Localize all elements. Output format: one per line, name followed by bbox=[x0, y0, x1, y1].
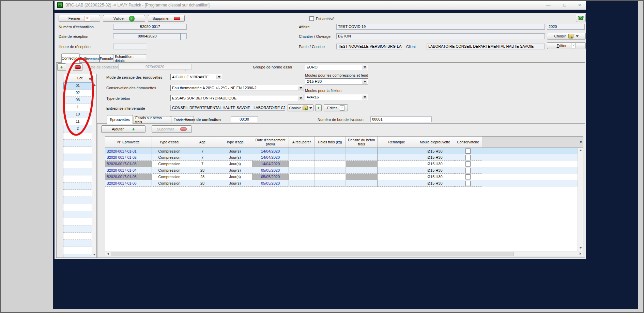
groupe-norme-select[interactable]: EURO bbox=[305, 64, 368, 70]
cell-type-essai[interactable]: Compression bbox=[152, 180, 187, 187]
affaire-field[interactable]: TEST COVID 19 bbox=[336, 24, 545, 30]
cell-type-essai[interactable]: Compression bbox=[152, 174, 187, 180]
lot-empty-row[interactable] bbox=[63, 161, 92, 168]
lot-item[interactable]: 11 bbox=[63, 118, 92, 125]
table-row[interactable]: B2020-0017-01-05 Compression 28 Jour(s) … bbox=[105, 174, 583, 180]
editer-client-button[interactable]: Editer ✓ bbox=[547, 42, 586, 49]
cell-type-age[interactable]: Jour(s) bbox=[218, 167, 252, 174]
cell-a-recuperer[interactable] bbox=[289, 148, 315, 154]
cell-moule[interactable]: Ø15 H30 bbox=[416, 180, 454, 187]
minimize-button[interactable]: — bbox=[543, 2, 553, 8]
lot-empty-row[interactable] bbox=[63, 197, 92, 204]
lot-item[interactable]: 01 bbox=[63, 82, 92, 90]
cell-type-age[interactable]: Jour(s) bbox=[218, 180, 252, 187]
cell-type-age[interactable]: Jour(s) bbox=[218, 148, 252, 154]
conservatoire-checkbox[interactable] bbox=[465, 168, 471, 173]
editer-entreprise-button[interactable]: Editer ✓ bbox=[324, 104, 348, 111]
cell-remarque[interactable] bbox=[378, 148, 416, 154]
table-vertical-scrollbar[interactable] bbox=[578, 148, 583, 251]
lot-item[interactable]: 02 bbox=[63, 90, 92, 97]
col-header-type-age[interactable]: Type d'age bbox=[218, 137, 252, 148]
cell-moule[interactable]: Ø15 H30 bbox=[416, 174, 454, 180]
table-horizontal-scrollbar[interactable] bbox=[105, 251, 583, 256]
cell-densite[interactable] bbox=[346, 154, 378, 161]
lot-empty-row[interactable] bbox=[63, 233, 92, 240]
conservatoire-checkbox[interactable] bbox=[465, 161, 471, 167]
cell-age[interactable]: 28 bbox=[187, 180, 218, 187]
cell-age[interactable]: 28 bbox=[187, 174, 218, 180]
cell-eprouvette-id[interactable]: B2020-0017-01-01 bbox=[105, 148, 152, 154]
col-header-a-recuperer[interactable]: A récupérer bbox=[289, 137, 315, 148]
heure-reception-field[interactable] bbox=[113, 44, 147, 49]
cell-poids-frais[interactable] bbox=[315, 180, 346, 187]
cell-eprouvette-id[interactable]: B2020-0017-01-03 bbox=[105, 161, 152, 167]
table-row[interactable]: B2020-0017-01-03 Compression 7 Jour(s) 1… bbox=[105, 161, 583, 167]
lot-empty-row[interactable] bbox=[63, 225, 92, 233]
calendar-icon[interactable] bbox=[180, 33, 181, 40]
cell-date-ecrasement[interactable]: 14/04/2020 bbox=[252, 148, 289, 154]
cell-remarque[interactable] bbox=[378, 167, 416, 174]
client-field[interactable]: LABORATOIRE CONSEIL DEPARTEMENTAL HAUTE … bbox=[427, 44, 545, 49]
cell-age[interactable]: 7 bbox=[187, 148, 218, 154]
lot-empty-row[interactable] bbox=[63, 240, 92, 247]
lot-remove-button[interactable] bbox=[73, 63, 82, 71]
conservatoire-checkbox[interactable] bbox=[465, 181, 471, 186]
tab-essais-beton-frais[interactable]: Essais sur béton frais bbox=[134, 116, 171, 123]
scroll-up-icon[interactable] bbox=[578, 148, 583, 153]
col-header-remarque[interactable]: Remarque bbox=[378, 137, 416, 148]
tab-eprouvettes[interactable]: Eprouvettes bbox=[107, 115, 133, 124]
chevron-down-icon[interactable] bbox=[216, 75, 221, 79]
choisir-entreprise-button[interactable]: Choisir bbox=[288, 104, 313, 111]
cell-poids-frais[interactable] bbox=[315, 148, 346, 154]
cell-a-recuperer[interactable] bbox=[289, 174, 315, 180]
supprimer-button[interactable]: Supprimer bbox=[148, 15, 185, 22]
lot-scrollbar[interactable] bbox=[92, 82, 96, 257]
cell-type-essai[interactable]: Compression bbox=[152, 148, 187, 154]
cell-eprouvette-id[interactable]: B2020-0017-01-05 bbox=[105, 174, 152, 180]
lot-empty-row[interactable] bbox=[63, 183, 92, 190]
conservatoire-checkbox[interactable] bbox=[465, 148, 471, 154]
table-row[interactable]: B2020-0017-01-02 Compression 7 Jour(s) 1… bbox=[105, 154, 583, 161]
lot-empty-row[interactable] bbox=[63, 132, 92, 140]
scrollbar-thumb[interactable] bbox=[111, 252, 513, 256]
cell-a-recuperer[interactable] bbox=[289, 161, 315, 167]
entreprise-field[interactable]: CONSEIL DÉPARTEMENTAL HAUTE-SAVOIE - LAB… bbox=[170, 105, 285, 111]
cell-age[interactable]: 28 bbox=[187, 167, 218, 174]
tab-echantillon-details[interactable]: Echantillon : détails bbox=[113, 54, 146, 62]
cell-poids-frais[interactable] bbox=[315, 174, 346, 180]
type-beton-select[interactable]: ESSAIS SUR BETON HYDRAULIQUE bbox=[170, 95, 304, 101]
cell-eprouvette-id[interactable]: B2020-0017-01-02 bbox=[105, 154, 152, 161]
lot-item[interactable]: 2 bbox=[63, 125, 92, 132]
cell-age[interactable]: 7 bbox=[187, 161, 218, 167]
scroll-right-icon[interactable] bbox=[578, 251, 582, 256]
add-entreprise-button[interactable]: + bbox=[315, 104, 322, 111]
tab-prelevement[interactable]: Prélèvement bbox=[80, 54, 99, 62]
conservation-select[interactable]: Eau thermostatée A 20°C +/- 2°C - NF EN … bbox=[170, 85, 304, 91]
ajouter-eprouvette-button[interactable]: Ajouter + bbox=[101, 125, 145, 133]
tab-formule[interactable]: Formule bbox=[99, 54, 113, 62]
numero-echantillon-field[interactable]: B2020-0017 bbox=[113, 24, 187, 30]
cell-remarque[interactable] bbox=[378, 174, 416, 180]
cell-date-ecrasement[interactable]: 05/05/2020 bbox=[252, 180, 289, 187]
cell-moule[interactable]: Ø15 H30 bbox=[416, 167, 454, 174]
lot-empty-row[interactable] bbox=[63, 247, 92, 254]
cell-remarque[interactable] bbox=[378, 161, 416, 167]
chevron-down-icon[interactable] bbox=[298, 85, 303, 90]
cell-type-age[interactable]: Jour(s) bbox=[218, 161, 252, 167]
phone-button[interactable]: ☎ bbox=[576, 14, 586, 22]
mode-serrage-select[interactable]: AIGUILLE VIBRANTE bbox=[170, 74, 222, 80]
col-header-age[interactable]: Age bbox=[187, 137, 218, 148]
cell-type-age[interactable]: Jour(s) bbox=[218, 174, 252, 180]
cell-remarque[interactable] bbox=[378, 180, 416, 187]
chevron-down-icon[interactable] bbox=[362, 95, 367, 99]
cell-type-essai[interactable]: Compression bbox=[152, 167, 187, 174]
lot-empty-row[interactable] bbox=[63, 168, 92, 175]
table-more-columns-icon[interactable]: » bbox=[580, 139, 582, 144]
cell-age[interactable]: 7 bbox=[187, 154, 218, 161]
partie-couche-field[interactable]: TEST NOUVELLE VERSION BRG-LAB bbox=[336, 44, 402, 49]
col-header-conservatoire[interactable]: Conservatoire bbox=[454, 137, 482, 148]
tab-confection[interactable]: Confection bbox=[61, 53, 80, 63]
col-header-poids-frais[interactable]: Poids frais (kg) bbox=[315, 137, 346, 148]
col-header-moule[interactable]: Moule d'éprouvette bbox=[416, 137, 454, 148]
table-row[interactable]: B2020-0017-01-04 Compression 28 Jour(s) … bbox=[105, 167, 583, 174]
